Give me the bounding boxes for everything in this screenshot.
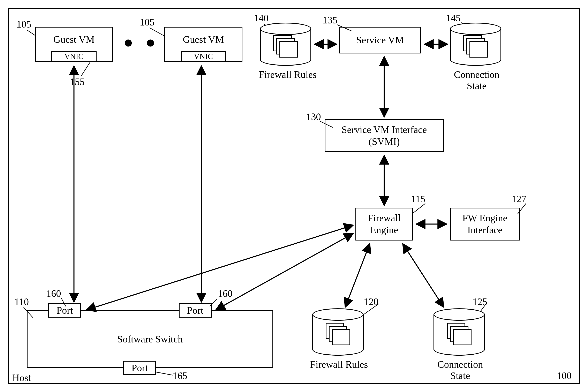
connection-state-bottom-label: Connection State — [429, 359, 491, 381]
guest-vm-1-label: Guest VM — [53, 28, 94, 52]
firewall-rules-top-ref: 140 — [254, 12, 269, 24]
vnic-1-ref: 155 — [70, 76, 85, 87]
svmi-box: Service VM Interface (SVMI) — [325, 119, 444, 152]
firewall-rules-top-label: Firewall Rules — [257, 69, 318, 80]
guest-vm-1: Guest VM VNIC — [35, 27, 113, 62]
connection-state-bottom-cylinder — [434, 308, 485, 356]
diagram-canvas: Host 100 Guest VM VNIC 105 155 ● ● ● Gue… — [0, 0, 588, 392]
guest-vm-2: Guest VM VNIC — [164, 27, 242, 62]
docs-icon — [447, 323, 472, 345]
connection-state-bottom-ref: 125 — [473, 296, 487, 307]
firewall-engine-box: Firewall Engine — [355, 208, 413, 240]
docs-icon — [326, 323, 350, 345]
fw-engine-interface-ref: 127 — [512, 193, 526, 204]
port-1-ref: 160 — [46, 288, 61, 299]
port-bottom: Port — [123, 361, 156, 375]
host-label: Host — [12, 372, 31, 383]
firewall-rules-bottom-label: Firewall Rules — [308, 359, 370, 370]
firewall-rules-bottom-ref: 120 — [364, 296, 378, 307]
firewall-engine-ref: 115 — [411, 193, 425, 204]
docs-icon — [463, 35, 488, 58]
port-2-ref: 160 — [218, 288, 233, 299]
port-1: Port — [48, 303, 81, 318]
port-2: Port — [179, 303, 212, 318]
fw-engine-interface-box: FW Engine Interface — [450, 208, 520, 240]
guest-vm-2-ref: 105 — [140, 16, 154, 28]
host-ref: 100 — [557, 370, 572, 381]
service-vm: Service VM — [339, 27, 421, 54]
connection-state-top-label: Connection State — [446, 69, 508, 92]
port-bottom-ref: 165 — [173, 370, 187, 381]
docs-icon — [273, 35, 298, 58]
firewall-rules-top-cylinder — [260, 22, 311, 66]
svmi-ref: 130 — [306, 111, 321, 122]
guest-vm-1-ref: 105 — [16, 18, 31, 30]
software-switch-box: Software Switch — [27, 310, 273, 368]
guest-vm-2-label: Guest VM — [183, 28, 224, 52]
connection-state-top-cylinder — [450, 22, 501, 66]
connection-state-top-ref: 145 — [446, 12, 461, 24]
vnic-2: VNIC — [181, 52, 226, 62]
software-switch-ref: 110 — [14, 296, 29, 307]
service-vm-ref: 135 — [323, 14, 337, 26]
firewall-rules-bottom-cylinder — [312, 308, 364, 356]
vnic-1: VNIC — [51, 52, 96, 62]
